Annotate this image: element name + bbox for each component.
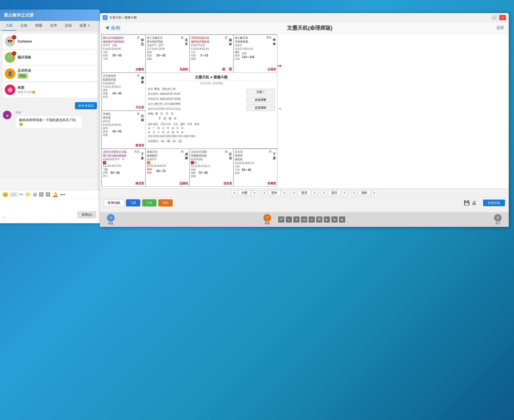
dalian-prev-button[interactable]: < bbox=[231, 190, 237, 195]
more-icon[interactable]: ••• bbox=[60, 192, 65, 197]
bottom-icons-bar: ⊙ 命盘 ? 帮助 中 ♪ ✦ ⊞ ≡ 简 ► ⚙ ◈ ℹ 关于 bbox=[100, 212, 509, 227]
tool-lines[interactable]: ≡ bbox=[309, 217, 315, 223]
screenshot-icon[interactable]: ⊞ bbox=[33, 192, 37, 197]
changyong-button[interactable]: 常用功能 bbox=[104, 199, 124, 206]
ganzhi-top: 养 bbox=[269, 150, 271, 153]
liuri-label: 流日 bbox=[328, 190, 340, 196]
ganzhi-side: 丁亥 bbox=[141, 152, 144, 160]
chat-messages: 😎 1 Corleone 🐺 1 嗝月苍狼 👤 正式学员 可以 bbox=[0, 31, 100, 178]
nav-back-button[interactable]: ◀ 命例 bbox=[105, 25, 120, 31]
save-icon[interactable]: 💾 bbox=[464, 200, 470, 206]
liushi-next-button[interactable]: > bbox=[371, 190, 377, 195]
settings-button[interactable]: 设置 bbox=[496, 25, 504, 30]
guanyu-icon-item[interactable]: ℹ 关于 bbox=[494, 214, 502, 225]
gif-icon[interactable]: GIF bbox=[10, 192, 17, 197]
sanhe-button[interactable]: 三合 bbox=[142, 199, 156, 206]
tool-gear[interactable]: ⚙ bbox=[331, 217, 338, 223]
chat-window: 紫占教学正式群 大限 公告 相册 文件 活动 设置 ∨ 😎 1 Corleone… bbox=[0, 9, 100, 223]
liuyue-prev-button[interactable]: < bbox=[291, 190, 297, 195]
star-line1: 天天天 bbox=[235, 150, 243, 153]
func-row: 常用功能 飞星 三合 四化 💾 🖨 快捷排盘 bbox=[100, 197, 509, 208]
list-item[interactable]: 👤 正式学员 可以 bbox=[3, 66, 97, 81]
liuyue-next-button[interactable]: > bbox=[311, 190, 317, 195]
print-icon[interactable]: 🖨 bbox=[472, 200, 476, 206]
mingpan-circle-icon: ⊙ bbox=[107, 214, 115, 222]
app-icon: M bbox=[103, 15, 107, 20]
palace-nums: 9,21,33,45,57,69 bbox=[103, 165, 144, 167]
feixing-button[interactable]: 飞星 bbox=[126, 199, 140, 206]
liuri-next-button[interactable]: > bbox=[341, 190, 347, 195]
scissors-icon[interactable]: ✂ bbox=[19, 192, 23, 197]
close-app-button[interactable]: ✕ bbox=[499, 15, 506, 20]
chart-container: 紫七左天副破劫月 微杀辅月旬碎煞德 旺平平 庙陷 6,18,30,42,54,6… bbox=[101, 34, 507, 201]
liuri-prev-button[interactable]: < bbox=[321, 190, 327, 195]
modal-right: 天盘▽ 命盘调整 定盘辅助 bbox=[246, 86, 275, 143]
avatar: 🐺 1 bbox=[5, 52, 15, 63]
small-star1: 小耗 bbox=[103, 51, 108, 54]
small-star1: 飞廉 bbox=[103, 168, 108, 171]
small-star3: 丧门 bbox=[103, 174, 108, 178]
liushi-prev-button[interactable]: < bbox=[351, 190, 357, 195]
tool-play[interactable]: ► bbox=[324, 217, 330, 223]
star-line2: 相空鸾 bbox=[103, 116, 111, 119]
emoji-icon[interactable]: 😊 bbox=[2, 192, 8, 197]
tab-album[interactable]: 相册 bbox=[31, 21, 46, 31]
list-item[interactable]: 🌸 炎悠 老师下午好🤗 bbox=[3, 82, 97, 98]
folder-icon[interactable]: 📁 bbox=[25, 192, 31, 197]
tool-grid[interactable]: ⊞ bbox=[301, 217, 307, 223]
nav-liushi: < 流时 > bbox=[351, 190, 377, 196]
sihua-button[interactable]: 四化 bbox=[158, 199, 173, 206]
star-line1: 禄八解天喜 bbox=[235, 36, 248, 39]
input-area[interactable] bbox=[0, 199, 100, 213]
tab-settings[interactable]: 设置 ∨ bbox=[76, 21, 94, 31]
minimize-button[interactable]: ─ bbox=[491, 15, 498, 20]
mingpan-icon-item[interactable]: ⊙ 命盘 bbox=[107, 214, 115, 225]
chat-header: 紫占教学正式群 bbox=[0, 9, 100, 21]
tool-diamond[interactable]: ◈ bbox=[339, 217, 345, 223]
dingpan-button[interactable]: 定盘辅助 bbox=[246, 105, 275, 111]
bell-icon[interactable]: 🔔 bbox=[52, 192, 58, 197]
bangzhu-icon-item[interactable]: ? 帮助 bbox=[263, 214, 271, 225]
palace-range-row: 结构 将星 岁键 73～82 bbox=[191, 168, 232, 178]
close-button[interactable]: 关闭(C) bbox=[77, 211, 96, 218]
tab-activity[interactable]: 活动 bbox=[61, 21, 76, 31]
tool-zhong[interactable]: 中 bbox=[278, 217, 284, 223]
modal-body: 姓名: 匿名 阳女木三局 真太阳时: 2020-03-07 15:47 钟表时间… bbox=[148, 86, 275, 143]
kuaijie-button[interactable]: 快捷排盘 bbox=[483, 200, 505, 206]
small-star3: 小耗 bbox=[103, 57, 108, 60]
tab-chat[interactable]: 大限 bbox=[2, 21, 17, 31]
msg-preview: 老师下午好🤗 bbox=[18, 90, 35, 94]
dalian-next-button[interactable]: > bbox=[252, 190, 257, 195]
liuyue-label: 流月 bbox=[298, 190, 310, 196]
list-item[interactable]: 😎 1 Corleone bbox=[3, 34, 97, 49]
tool-star[interactable]: ✦ bbox=[293, 217, 299, 223]
tool-music[interactable]: ♪ bbox=[286, 217, 292, 223]
tianpan-button[interactable]: 天盘▽ bbox=[246, 89, 275, 95]
liunian-next-button[interactable]: > bbox=[282, 190, 287, 195]
message-input[interactable] bbox=[2, 201, 98, 211]
special-tag2: 权 bbox=[147, 161, 188, 164]
modal-left: 姓名: 匿名 阳女木三局 真太阳时: 2020-03-07 15:47 钟表时间… bbox=[148, 86, 244, 143]
mingpan-button[interactable]: 命盘调整 bbox=[246, 97, 275, 103]
special-tag: 禄 bbox=[103, 161, 144, 164]
image2-icon[interactable]: 🖼 bbox=[46, 192, 50, 197]
tab-notice[interactable]: 公告 bbox=[17, 21, 31, 31]
palace-nums: 4,16,28,40,52,64 bbox=[191, 47, 232, 50]
palace-name: 子女宫 bbox=[136, 105, 144, 110]
palace-xiongdi: 铃三天截天天 星台福空哭虚 庙庙平平 陷平 5,17,29,41,53,65 青… bbox=[146, 35, 190, 73]
ganzhi-side: 壬午 bbox=[185, 38, 188, 46]
image-icon[interactable]: 🖼 bbox=[39, 192, 44, 197]
list-item[interactable]: 🐺 1 嗝月苍狼 bbox=[3, 50, 97, 65]
small-star1: 奏书 bbox=[103, 127, 108, 130]
liunian-prev-button[interactable]: < bbox=[261, 190, 267, 195]
ganzhi-side: 庚辰 bbox=[141, 76, 144, 84]
msg-preview: 可以 bbox=[18, 73, 28, 79]
palace-nums: 11,23,35,47,59,71 bbox=[191, 165, 232, 167]
bangzhu-label: 帮助 bbox=[265, 222, 270, 225]
palace-range-row: 力士 天德 龙德 3～12 bbox=[191, 51, 232, 60]
star-line3: 得旺旺 bbox=[235, 158, 243, 161]
tab-file[interactable]: 文件 bbox=[46, 21, 61, 31]
palace-fumu: 禄八解天喜 存座神巫廉 庙庙不 3,15,27,39,51,63 博士 指背 白… bbox=[233, 35, 277, 73]
star-status: 庙庙不 bbox=[235, 44, 276, 47]
tool-jian[interactable]: 简 bbox=[316, 217, 322, 223]
